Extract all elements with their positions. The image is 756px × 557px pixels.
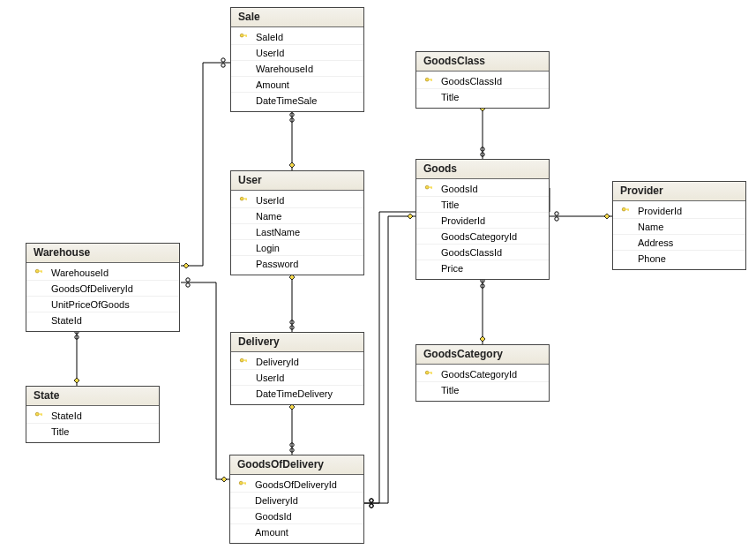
- column-name: UserId: [251, 48, 284, 58]
- column-name: WarehouseId: [251, 64, 313, 74]
- column-name: Phone: [632, 253, 666, 264]
- entity-header[interactable]: Sale: [231, 8, 363, 27]
- column-name: UnitPriceOfGoods: [46, 299, 130, 310]
- entity-header[interactable]: Provider: [613, 182, 745, 201]
- svg-rect-27: [41, 270, 42, 273]
- pk-column-row[interactable]: ProviderId: [613, 203, 745, 219]
- column-row[interactable]: UserId: [231, 45, 363, 61]
- column-name: GoodsOfDeliveryId: [46, 283, 133, 294]
- entity-body: DeliveryIdUserIdDateTimeDelivery: [231, 352, 363, 404]
- column-row[interactable]: Title: [416, 89, 549, 105]
- column-row[interactable]: Address: [613, 235, 745, 251]
- column-name: DateTimeDelivery: [251, 388, 333, 399]
- column-name: GoodsId: [250, 511, 292, 522]
- column-name: Title: [436, 92, 459, 102]
- column-name: UserId: [251, 195, 284, 206]
- column-name: StateId: [46, 410, 82, 421]
- column-row[interactable]: Title: [26, 424, 159, 440]
- key-icon: [236, 196, 251, 205]
- entity-header[interactable]: User: [231, 171, 363, 191]
- pk-column-row[interactable]: GoodsOfDeliveryId: [230, 477, 363, 493]
- pk-column-row[interactable]: GoodsCategoryId: [416, 366, 549, 382]
- column-name: Title: [436, 385, 459, 395]
- entity-sale[interactable]: SaleSaleIdUserIdWarehouseIdAmountDateTim…: [230, 7, 364, 112]
- pk-column-row[interactable]: GoodsClassId: [416, 73, 549, 89]
- column-row[interactable]: Name: [613, 219, 745, 235]
- column-row[interactable]: DateTimeSale: [231, 93, 363, 109]
- column-row[interactable]: Phone: [613, 251, 745, 267]
- column-row[interactable]: DeliveryId: [230, 493, 363, 508]
- column-name: Login: [251, 243, 280, 253]
- entity-body: GoodsIdTitleProviderIdGoodsCategoryIdGoo…: [416, 179, 549, 279]
- column-name: GoodsClassId: [436, 247, 502, 258]
- column-name: SaleId: [251, 32, 283, 42]
- column-row[interactable]: Name: [231, 208, 363, 224]
- column-row[interactable]: GoodsCategoryId: [416, 229, 549, 245]
- entity-header[interactable]: Delivery: [231, 333, 363, 352]
- entity-warehouse[interactable]: WarehouseWarehouseIdGoodsOfDeliveryIdUni…: [26, 243, 180, 332]
- svg-rect-30: [246, 359, 247, 362]
- column-row[interactable]: DateTimeDelivery: [231, 386, 363, 402]
- pk-column-row[interactable]: WarehouseId: [26, 265, 179, 281]
- entity-body: GoodsCategoryIdTitle: [416, 365, 549, 401]
- entity-user[interactable]: UserUserIdNameLastNameLoginPassword: [230, 170, 364, 275]
- key-icon: [236, 358, 251, 366]
- pk-column-row[interactable]: GoodsId: [416, 181, 549, 197]
- entity-goodsclass[interactable]: GoodsClassGoodsClassIdTitle: [415, 51, 550, 109]
- entity-body: UserIdNameLastNameLoginPassword: [231, 191, 363, 275]
- column-row[interactable]: Amount: [231, 77, 363, 93]
- column-name: StateId: [46, 315, 82, 326]
- column-name: GoodsClassId: [436, 76, 502, 87]
- column-row[interactable]: UserId: [231, 370, 363, 386]
- entity-header[interactable]: State: [26, 387, 159, 406]
- entity-header[interactable]: Goods: [416, 160, 549, 179]
- key-icon: [236, 33, 251, 41]
- column-row[interactable]: Title: [416, 197, 549, 213]
- column-row[interactable]: Price: [416, 260, 549, 276]
- entity-goodsofdelivery[interactable]: GoodsOfDeliveryGoodsOfDeliveryIdDelivery…: [229, 455, 364, 544]
- column-row[interactable]: StateId: [26, 312, 179, 328]
- entity-header[interactable]: GoodsClass: [416, 52, 549, 72]
- column-row[interactable]: Password: [231, 256, 363, 272]
- pk-column-row[interactable]: UserId: [231, 192, 363, 208]
- column-row[interactable]: Title: [416, 382, 549, 398]
- entity-body: WarehouseIdGoodsOfDeliveryIdUnitPriceOfG…: [26, 263, 179, 331]
- entity-header[interactable]: GoodsCategory: [416, 345, 549, 365]
- column-row[interactable]: GoodsId: [230, 508, 363, 524]
- entity-goods[interactable]: GoodsGoodsIdTitleProviderIdGoodsCategory…: [415, 159, 550, 280]
- pk-column-row[interactable]: SaleId: [231, 29, 363, 45]
- entity-body: ProviderIdNameAddressPhone: [613, 201, 745, 269]
- svg-rect-36: [41, 413, 42, 416]
- pk-column-row[interactable]: DeliveryId: [231, 354, 363, 370]
- column-name: GoodsId: [436, 184, 478, 194]
- entity-delivery[interactable]: DeliveryDeliveryIdUserIdDateTimeDelivery: [230, 332, 364, 405]
- column-name: Name: [251, 211, 281, 222]
- column-row[interactable]: ProviderId: [416, 213, 549, 229]
- column-name: Password: [251, 259, 298, 269]
- column-name: UserId: [251, 373, 284, 383]
- column-row[interactable]: Amount: [230, 524, 363, 540]
- entity-header[interactable]: GoodsOfDelivery: [230, 455, 363, 475]
- column-name: LastName: [251, 227, 300, 237]
- entity-state[interactable]: StateStateIdTitle: [26, 386, 160, 443]
- column-row[interactable]: Login: [231, 240, 363, 256]
- svg-rect-18: [246, 198, 247, 200]
- column-row[interactable]: GoodsClassId: [416, 245, 549, 260]
- entity-body: SaleIdUserIdWarehouseIdAmountDateTimeSal…: [231, 27, 363, 111]
- pk-column-row[interactable]: StateId: [26, 408, 159, 424]
- entity-body: StateIdTitle: [26, 406, 159, 442]
- entity-header[interactable]: Warehouse: [26, 244, 179, 263]
- column-name: Price: [436, 263, 463, 274]
- column-row[interactable]: GoodsOfDeliveryId: [26, 281, 179, 297]
- entity-provider[interactable]: ProviderProviderIdNameAddressPhone: [612, 181, 746, 270]
- column-name: WarehouseId: [46, 267, 109, 278]
- column-row[interactable]: WarehouseId: [231, 61, 363, 77]
- key-icon: [618, 207, 632, 215]
- key-icon: [32, 268, 46, 277]
- entity-body: GoodsOfDeliveryIdDeliveryIdGoodsIdAmount: [230, 475, 363, 543]
- column-name: Amount: [251, 79, 289, 90]
- column-row[interactable]: LastName: [231, 224, 363, 240]
- entity-goodscategory[interactable]: GoodsCategoryGoodsCategoryIdTitle: [415, 344, 550, 402]
- column-row[interactable]: UnitPriceOfGoods: [26, 297, 179, 312]
- svg-rect-12: [246, 34, 247, 37]
